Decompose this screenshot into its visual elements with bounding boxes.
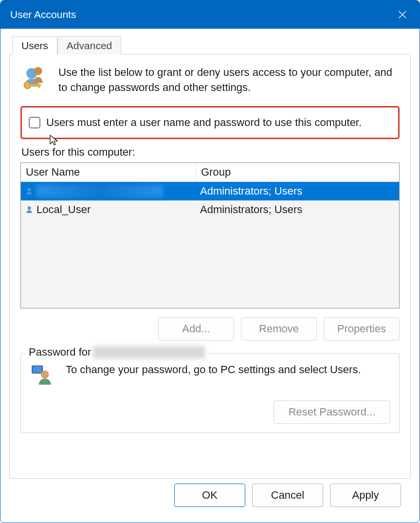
table-row[interactable]: Local_User Administrators; Users: [21, 200, 399, 219]
dialog-content: Users Advanced Use the list below to gra…: [0, 29, 420, 523]
password-fieldset: Password for To change your password, go…: [20, 353, 400, 433]
user-icon: [25, 187, 34, 196]
users-key-icon: [20, 65, 49, 93]
password-button-row: Reset Password...: [30, 400, 390, 424]
listview-header: User Name Group: [21, 163, 399, 182]
remove-button[interactable]: Remove: [241, 317, 317, 341]
password-legend: Password for: [26, 346, 208, 359]
password-legend-prefix: Password for: [29, 346, 91, 359]
require-password-row: Users must enter a user name and passwor…: [20, 106, 400, 139]
svg-point-11: [41, 370, 49, 379]
column-header-username[interactable]: User Name: [21, 163, 196, 181]
cell-username: Local_User: [37, 203, 91, 216]
svg-point-7: [28, 188, 31, 191]
listview-body: Administrators; Users Local_User Adminis…: [21, 182, 399, 308]
cell-group: Administrators; Users: [196, 202, 399, 217]
svg-point-3: [34, 67, 42, 75]
column-header-group[interactable]: Group: [196, 163, 399, 181]
tab-strip: Users Advanced: [12, 36, 411, 54]
user-accounts-window: User Accounts Users Advanced: [0, 0, 420, 523]
cancel-button[interactable]: Cancel: [252, 484, 323, 507]
user-buttons-row: Add... Remove Properties: [20, 317, 400, 341]
close-icon: [397, 9, 408, 20]
intro-row: Use the list below to grant or deny user…: [20, 65, 400, 95]
svg-rect-6: [38, 84, 40, 88]
close-button[interactable]: [394, 6, 411, 23]
table-row[interactable]: Administrators; Users: [21, 182, 399, 200]
svg-point-8: [28, 206, 31, 210]
ok-button[interactable]: OK: [174, 484, 245, 507]
window-title: User Accounts: [10, 9, 76, 20]
tab-advanced[interactable]: Advanced: [57, 36, 121, 54]
redacted-username: [37, 185, 163, 198]
user-monitor-icon: [30, 363, 54, 388]
svg-rect-10: [33, 366, 42, 373]
properties-button[interactable]: Properties: [324, 317, 400, 341]
add-button[interactable]: Add...: [158, 317, 234, 341]
reset-password-button[interactable]: Reset Password...: [274, 400, 390, 424]
users-listview[interactable]: User Name Group Administrators; Users: [20, 162, 400, 308]
cursor-icon: [49, 134, 59, 147]
tab-users[interactable]: Users: [12, 36, 57, 54]
dialog-button-row: OK Cancel Apply: [9, 479, 411, 515]
cell-group: Administrators; Users: [196, 184, 399, 198]
password-row: To change your password, go to PC settin…: [30, 362, 390, 388]
intro-text: Use the list below to grant or deny user…: [58, 65, 400, 95]
titlebar: User Accounts: [0, 0, 420, 29]
password-help-text: To change your password, go to PC settin…: [66, 362, 361, 378]
tab-panel-users: Use the list below to grant or deny user…: [9, 54, 411, 479]
require-password-checkbox[interactable]: [29, 117, 40, 128]
apply-button[interactable]: Apply: [330, 484, 401, 507]
redacted-username: [93, 346, 205, 359]
require-password-label: Users must enter a user name and passwor…: [46, 116, 362, 129]
user-icon: [25, 205, 34, 214]
users-for-computer-label: Users for this computer:: [21, 146, 400, 159]
